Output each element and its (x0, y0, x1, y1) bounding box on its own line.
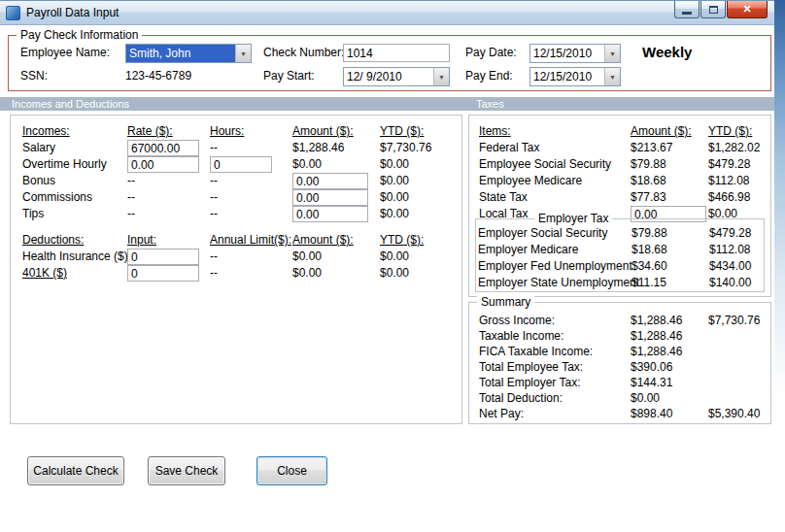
income-rate-value: -- (127, 173, 210, 189)
taxes-header-amount: Amount ($): (631, 123, 708, 140)
income-ytd-value: $0.00 (380, 173, 448, 189)
check-number-label: Check Number: (263, 46, 344, 59)
pay-frequency-label: Weekly (642, 44, 692, 60)
incomes-header-amount: Amount ($): (292, 123, 380, 140)
summary-amount-value: $0.00 (631, 390, 708, 406)
maximize-button[interactable] (700, 1, 726, 18)
tips-amount-input[interactable] (292, 206, 368, 222)
overtime-rate-input[interactable] (127, 156, 199, 173)
health-insurance-input[interactable] (127, 249, 199, 265)
tax-ytd-value: $466.98 (708, 189, 772, 206)
ssn-label: SSN: (20, 69, 48, 83)
summary-ytd-value (708, 344, 772, 359)
taxes-section-title: Taxes (476, 97, 504, 111)
retirement-401k-input-cell (127, 265, 210, 282)
tax-ytd-value: $1,282.02 (708, 140, 772, 156)
employer-tax-ytd-value: $434.00 (709, 258, 766, 275)
summary-row-label: Taxable Income: (479, 328, 631, 344)
calculate-check-button[interactable]: Calculate Check (27, 456, 124, 485)
pay-start-select[interactable]: 12/ 9/2010 ▼ (343, 67, 450, 86)
summary-row-label: Total Deduction: (479, 390, 631, 406)
tax-row-label: Employee Social Security (479, 156, 631, 173)
employer-tax-ytd-value: $112.08 (709, 242, 766, 258)
tax-amount-value: $213.67 (631, 140, 708, 156)
employee-name-value: Smith, John (126, 45, 235, 62)
taxes-header-items: Items: (479, 123, 631, 140)
commissions-amount-cell (292, 189, 380, 206)
deduction-row-label: 401K ($) (22, 265, 127, 282)
desktop-background (774, 0, 785, 532)
income-hours-value: -- (210, 173, 292, 189)
deductions-header-name: Deductions: (22, 232, 127, 249)
pay-date-label: Pay Date: (465, 46, 517, 59)
tax-ytd-value: $479.28 (708, 156, 772, 173)
employer-tax-row-label: Employer Social Security (478, 225, 631, 242)
check-number-input[interactable] (343, 44, 450, 62)
income-row-label: Commissions (22, 189, 127, 206)
section-header-bar: Incomes and Deductions Taxes (0, 97, 774, 111)
title-bar[interactable]: Payroll Data Input ✕ (0, 0, 774, 25)
summary-row-label: Gross Income: (479, 313, 631, 328)
employee-name-label: Employee Name: (20, 46, 110, 59)
employer-tax-ytd-value: $140.00 (709, 275, 766, 291)
income-hours-value: -- (210, 189, 292, 206)
summary-amount-value: $1,288.46 (631, 328, 708, 344)
employer-tax-group-title: Employer Tax (534, 212, 612, 225)
taxes-table: Items: Amount ($): YTD ($): Federal Tax … (479, 123, 772, 222)
window-title: Payroll Data Input (26, 6, 119, 19)
pay-end-select[interactable]: 12/15/2010 ▼ (529, 67, 621, 86)
tax-amount-value: $77.83 (631, 189, 708, 206)
employer-tax-table: Employer Social Security $79.88 $479.28 … (478, 225, 766, 291)
incomes-deductions-panel: Incomes: Rate ($): Hours: Amount ($): YT… (10, 115, 462, 424)
minimize-button[interactable] (674, 1, 700, 18)
salary-rate-cell (127, 140, 210, 156)
summary-group-title: Summary (477, 295, 534, 309)
employer-tax-amount-value: $79.88 (631, 225, 709, 242)
chevron-down-icon[interactable]: ▼ (604, 68, 620, 85)
incomes-header-hours: Hours: (210, 123, 292, 140)
incomes-header-ytd: YTD ($): (380, 123, 448, 140)
summary-amount-value: $1,288.46 (631, 344, 708, 359)
tax-row-label: State Tax (479, 189, 631, 206)
income-row-label: Salary (22, 140, 127, 156)
app-icon (6, 6, 20, 20)
summary-table: Gross Income: $1,288.46 $7,730.76 Taxabl… (479, 313, 772, 421)
employer-tax-row-label: Employer Medicare (478, 242, 631, 258)
window-controls: ✕ (674, 1, 768, 18)
taxes-panel: Items: Amount ($): YTD ($): Federal Tax … (468, 115, 771, 297)
employee-name-select[interactable]: Smith, John ▼ (125, 44, 252, 63)
paycheck-info-group-title: Pay Check Information (17, 28, 142, 42)
tax-row-label: Federal Tax (479, 140, 631, 156)
save-check-button[interactable]: Save Check (148, 456, 225, 485)
deductions-header-limit: Annual Limit($): (210, 232, 292, 249)
retirement-401k-input[interactable] (127, 265, 199, 282)
pay-date-select[interactable]: 12/15/2010 ▼ (529, 44, 621, 63)
employer-tax-amount-value: $11.15 (631, 275, 709, 291)
bonus-amount-cell (292, 173, 380, 189)
overtime-hours-input[interactable] (210, 156, 272, 173)
summary-amount-value: $144.31 (631, 375, 708, 390)
pay-start-label: Pay Start: (263, 69, 315, 83)
deductions-header-ytd: YTD ($): (380, 232, 448, 249)
chevron-down-icon[interactable]: ▼ (433, 68, 449, 85)
summary-amount-value: $898.40 (631, 406, 708, 421)
health-insurance-input-cell (127, 249, 210, 265)
commissions-amount-input[interactable] (292, 189, 368, 206)
pay-end-label: Pay End: (465, 69, 513, 83)
chevron-down-icon[interactable]: ▼ (604, 45, 620, 62)
salary-rate-input[interactable] (127, 140, 199, 156)
overtime-hours-cell (210, 156, 292, 173)
income-ytd-value: $0.00 (380, 156, 448, 173)
maximize-icon (709, 6, 718, 14)
close-window-button[interactable]: ✕ (727, 1, 768, 18)
close-button[interactable]: Close (256, 456, 327, 485)
income-amount-value: $0.00 (292, 156, 380, 173)
employer-tax-amount-value: $18.68 (631, 242, 709, 258)
summary-ytd-value (708, 359, 772, 375)
income-amount-value: $1,288.46 (292, 140, 380, 156)
deduction-limit-value: -- (210, 265, 292, 282)
taxes-header-ytd: YTD ($): (708, 123, 772, 140)
summary-ytd-value (708, 328, 772, 344)
bonus-amount-input[interactable] (292, 173, 368, 189)
chevron-down-icon[interactable]: ▼ (235, 45, 251, 62)
